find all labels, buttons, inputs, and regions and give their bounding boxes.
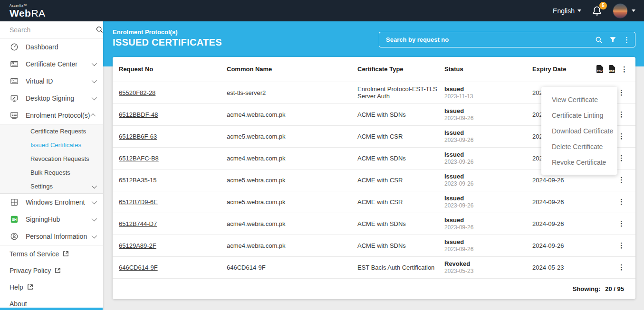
sidebar-item-issued-certificates[interactable]: Issued Certificates bbox=[0, 138, 103, 152]
windows-icon bbox=[10, 197, 19, 207]
chevron-down-icon bbox=[92, 233, 97, 238]
sidebar-item-settings[interactable]: Settings bbox=[0, 179, 103, 193]
sidebar-item-virtual-id[interactable]: Virtual ID bbox=[0, 73, 103, 90]
status-cell: Issued2023-09-26 bbox=[438, 213, 526, 235]
row-actions-kebab-icon[interactable]: ⋮ bbox=[618, 132, 625, 140]
external-link-icon bbox=[63, 251, 69, 257]
status-cell: Issued2023-09-26 bbox=[438, 191, 526, 213]
column-header-request-no: Request No bbox=[113, 57, 221, 82]
export-csv-label: CSV bbox=[596, 70, 603, 73]
avatar bbox=[613, 3, 628, 19]
sidebar-item-certificate-center[interactable]: Certificate Center bbox=[0, 56, 103, 73]
sidebar-item-label: Settings bbox=[30, 183, 53, 190]
sidebar-item-label: Terms of Service bbox=[10, 250, 59, 258]
sidebar-item-dashboard[interactable]: Dashboard bbox=[0, 38, 103, 56]
row-actions-kebab-icon[interactable]: ⋮ bbox=[618, 88, 625, 96]
row-actions-kebab-icon[interactable]: ⋮ bbox=[618, 197, 625, 206]
request-no-link[interactable]: 6512BA35-15 bbox=[119, 177, 157, 184]
sidebar-item-enrolment-protocols[interactable]: Enrolment Protocol(s) bbox=[0, 107, 103, 124]
sidebar-item-desktop-signing[interactable]: Desktop Signing bbox=[0, 90, 103, 107]
export-csv-icon[interactable]: CSV bbox=[596, 65, 603, 73]
menu-item-certificate-linting[interactable]: Certificate Linting bbox=[541, 107, 617, 123]
common-name-cell: est-tls-server2 bbox=[221, 82, 351, 103]
sidebar-item-label: Certificate Center bbox=[26, 60, 77, 68]
menu-item-delete-certificate[interactable]: Delete Certificate bbox=[541, 139, 617, 154]
request-no-link[interactable]: 6512B7D9-6E bbox=[119, 198, 158, 206]
row-actions-kebab-icon[interactable]: ⋮ bbox=[618, 110, 625, 118]
language-selector[interactable]: English bbox=[553, 7, 581, 15]
common-name-cell: acme5.webra.com.pk bbox=[221, 191, 351, 213]
sidebar-item-label: Virtual ID bbox=[26, 77, 53, 85]
status-cell: Issued2023-09-26 bbox=[438, 169, 526, 191]
search-icon bbox=[96, 26, 104, 34]
certificate-type-cell: ACME with CSR bbox=[351, 125, 438, 147]
sidebar-horizontal-scrollbar[interactable] bbox=[0, 308, 103, 310]
ascertia-brand-text: Ascertia™ bbox=[10, 4, 46, 7]
sidebar-item-label: Personal Information bbox=[26, 233, 87, 240]
certificate-type-cell: ACME with SDNs bbox=[351, 103, 438, 125]
row-actions-kebab-icon[interactable]: ⋮ bbox=[618, 219, 625, 227]
sidebar: Dashboard Certificate Center Virtual ID … bbox=[0, 21, 103, 310]
expiry-date-cell: 2024-09-26 bbox=[526, 235, 590, 256]
external-link-icon bbox=[27, 284, 33, 290]
sidebar-search-input[interactable] bbox=[10, 26, 96, 34]
sidebar-item-label: Dashboard bbox=[26, 43, 58, 51]
menu-item-revoke-certificate[interactable]: Revoke Certificate bbox=[541, 154, 617, 170]
certificate-type-cell: Enrolment Protocol-EST-TLS Server Auth bbox=[351, 82, 438, 103]
filter-icon[interactable] bbox=[609, 36, 616, 43]
sidebar-item-personal-information[interactable]: Personal Information bbox=[0, 228, 103, 245]
sidebar-item-label: Certificate Requests bbox=[30, 128, 86, 135]
table-row: 646CD614-9F 646CD614-9F EST Bacis Auth C… bbox=[113, 256, 635, 278]
sidebar-item-windows-enrolment[interactable]: Windows Enrolment bbox=[0, 194, 103, 211]
chevron-down-icon bbox=[92, 199, 97, 204]
chevron-down-icon bbox=[92, 95, 97, 100]
row-actions-kebab-icon[interactable]: ⋮ bbox=[618, 263, 625, 271]
menu-item-view-certificate[interactable]: View Certificate bbox=[541, 92, 617, 107]
user-menu[interactable] bbox=[613, 3, 635, 19]
search-input[interactable] bbox=[386, 36, 595, 43]
request-no-link[interactable]: 65129A89-2F bbox=[119, 242, 156, 249]
sidebar-item-certificate-requests[interactable]: Certificate Requests bbox=[0, 124, 103, 138]
search-icon[interactable] bbox=[595, 36, 603, 44]
sidebar-item-terms-of-service[interactable]: Terms of Service bbox=[0, 245, 103, 262]
sidebar-item-help[interactable]: Help bbox=[0, 279, 103, 295]
common-name-cell: acme4.webra.com.pk bbox=[221, 103, 351, 125]
sidebar-item-label: Privacy Policy bbox=[10, 267, 51, 274]
sidebar-item-privacy-policy[interactable]: Privacy Policy bbox=[0, 262, 103, 279]
status-cell: Issued2023-09-26 bbox=[438, 235, 526, 256]
chevron-down-icon bbox=[577, 9, 581, 12]
export-pdf-label: PDF bbox=[609, 70, 615, 73]
chevron-down-icon bbox=[92, 216, 97, 221]
request-no-link[interactable]: 6512BAFC-B8 bbox=[119, 155, 159, 162]
certificate-type-cell: ACME with CSR bbox=[351, 191, 438, 213]
request-no-link[interactable]: 6512BB6F-63 bbox=[119, 133, 157, 140]
export-pdf-icon[interactable]: PDF bbox=[609, 65, 615, 73]
row-actions-kebab-icon[interactable]: ⋮ bbox=[618, 154, 625, 162]
row-actions-kebab-icon[interactable]: ⋮ bbox=[618, 241, 625, 249]
common-name-cell: acme5.webra.com.pk bbox=[221, 125, 351, 147]
request-no-link[interactable]: 6512B744-D7 bbox=[119, 220, 157, 227]
showing-label: Showing: bbox=[573, 285, 601, 292]
status-cell: Issued2023-09-26 bbox=[438, 147, 526, 169]
menu-item-download-certificate[interactable]: Download Certificate bbox=[541, 123, 617, 139]
certificate-type-cell: ACME with SDNs bbox=[351, 147, 438, 169]
sidebar-item-signinghub[interactable]: SH SigningHub bbox=[0, 211, 103, 228]
sidebar-item-label: Issued Certificates bbox=[30, 141, 81, 149]
notifications-button[interactable]: 5 bbox=[591, 5, 603, 17]
sidebar-item-revocation-requests[interactable]: Revocation Requests bbox=[0, 152, 103, 166]
chevron-up-icon bbox=[90, 113, 96, 119]
request-no-link[interactable]: 6512BBDF-48 bbox=[119, 111, 158, 118]
row-actions-kebab-icon[interactable]: ⋮ bbox=[618, 176, 625, 184]
sidebar-item-bulk-requests[interactable]: Bulk Requests bbox=[0, 166, 103, 179]
certificate-type-cell: ACME with CSR bbox=[351, 169, 438, 191]
sidebar-item-label: SigningHub bbox=[26, 216, 60, 223]
sidebar-search bbox=[0, 21, 103, 38]
expiry-date-cell: 2024-09-26 bbox=[526, 191, 590, 213]
request-no-link[interactable]: 65520F82-28 bbox=[119, 89, 155, 96]
row-actions-context-menu: View Certificate Certificate Linting Dow… bbox=[541, 87, 617, 175]
request-no-link[interactable]: 646CD614-9F bbox=[119, 264, 158, 271]
kebab-menu-icon[interactable]: ⋮ bbox=[623, 36, 630, 43]
chevron-down-icon bbox=[92, 78, 97, 83]
status-cell: Issued2023-09-26 bbox=[438, 103, 526, 125]
table-options-kebab-icon[interactable]: ⋮ bbox=[621, 66, 628, 73]
